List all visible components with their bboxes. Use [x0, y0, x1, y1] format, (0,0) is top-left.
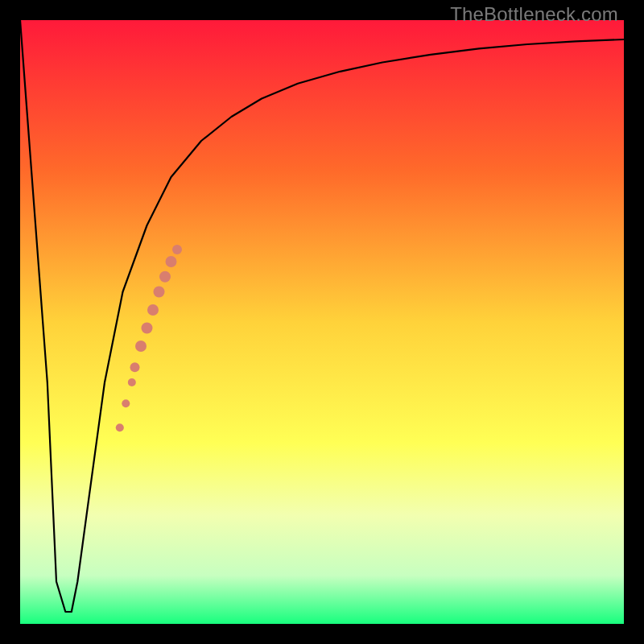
highlight-dot [130, 362, 140, 372]
plot-svg [20, 20, 624, 624]
gradient-background [20, 20, 624, 624]
highlight-dot [122, 399, 130, 407]
highlight-dot [128, 378, 136, 386]
highlight-dot [172, 245, 182, 254]
watermark-text: TheBottleneck.com [450, 3, 618, 26]
highlight-dot [159, 271, 171, 283]
plot-area [20, 20, 624, 624]
highlight-dot [147, 304, 159, 316]
highlight-dot [154, 287, 165, 298]
chart-frame: TheBottleneck.com [0, 0, 644, 644]
highlight-dot [135, 341, 147, 352]
highlight-dot [142, 323, 153, 334]
highlight-dot [116, 423, 124, 431]
highlight-dot [166, 256, 177, 267]
